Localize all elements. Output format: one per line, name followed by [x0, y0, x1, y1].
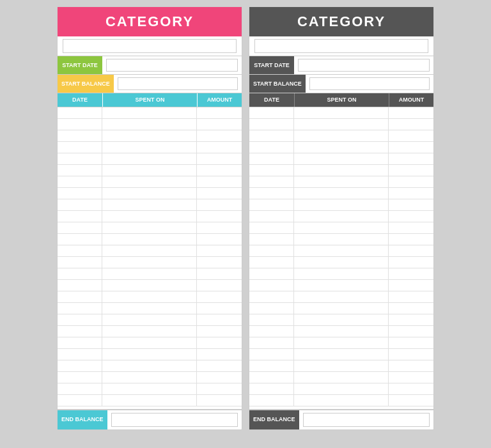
date-cell [58, 383, 102, 394]
table-row [249, 257, 433, 268]
amount-cell [389, 395, 433, 406]
table-row [249, 349, 433, 360]
card1-data-rows [58, 107, 242, 406]
table-row [58, 314, 242, 326]
amount-cell [389, 349, 433, 360]
spent-cell [102, 199, 197, 210]
card1-start-date-input[interactable] [106, 59, 238, 72]
amount-cell [389, 268, 433, 279]
date-cell [58, 314, 102, 325]
card1-col-headers: DATE SPENT ON AMOUNT [58, 93, 242, 107]
spent-cell [294, 337, 389, 348]
card2-title: CATEGORY [249, 7, 433, 36]
card2-col-spent: SPENT ON [294, 93, 389, 107]
amount-cell [389, 291, 433, 302]
spent-cell [294, 314, 389, 325]
card1-start-date-row: START DATE [58, 56, 242, 75]
table-row [58, 234, 242, 245]
amount-cell [389, 245, 433, 256]
spent-cell [294, 222, 389, 233]
spent-cell [102, 188, 197, 199]
amount-cell [389, 372, 433, 383]
date-cell [58, 291, 102, 302]
table-row [58, 360, 242, 372]
amount-cell [197, 280, 242, 291]
date-cell [58, 130, 102, 141]
spent-cell [294, 165, 389, 176]
amount-cell [197, 188, 242, 199]
card1-footer-row: END BALANCE [58, 409, 242, 429]
spent-cell [294, 199, 389, 210]
card2-footer-row: END BALANCE [249, 409, 433, 429]
card2-end-balance-input[interactable] [303, 413, 430, 427]
card2-start-balance-input-wrap [306, 75, 433, 93]
date-cell [58, 176, 102, 187]
card2-name-row [249, 36, 433, 56]
amount-cell [197, 268, 242, 279]
table-row [249, 303, 433, 314]
date-cell [58, 107, 102, 118]
spent-cell [294, 326, 389, 337]
amount-cell [197, 107, 242, 118]
card2-name-input[interactable] [254, 39, 428, 53]
amount-cell [197, 176, 242, 187]
card1-col-amount: AMOUNT [197, 93, 242, 107]
card2-col-amount: AMOUNT [389, 93, 433, 107]
amount-cell [389, 119, 433, 130]
amount-cell [389, 211, 433, 222]
date-cell [58, 395, 102, 406]
table-row [58, 153, 242, 165]
date-cell [58, 211, 102, 222]
card1-col-spent: SPENT ON [102, 93, 197, 107]
spent-cell [102, 153, 197, 164]
card2-col-date: DATE [249, 93, 294, 107]
amount-cell [389, 337, 433, 348]
table-row [58, 199, 242, 211]
amount-cell [389, 234, 433, 245]
date-cell [249, 153, 294, 164]
card1-col-date: DATE [58, 93, 102, 107]
card2-end-balance-input-wrap [299, 410, 433, 429]
amount-cell [197, 326, 242, 337]
card1-name-row [58, 36, 242, 56]
table-row [249, 153, 433, 165]
table-row [58, 326, 242, 337]
date-cell [249, 314, 294, 325]
date-cell [58, 188, 102, 199]
date-cell [249, 211, 294, 222]
card2-start-balance-input[interactable] [309, 77, 430, 90]
amount-cell [197, 245, 242, 256]
card2-start-date-input[interactable] [298, 59, 430, 72]
amount-cell [389, 383, 433, 394]
date-cell [249, 337, 294, 348]
spent-cell [102, 222, 197, 233]
card1-name-input[interactable] [63, 39, 237, 53]
spent-cell [102, 326, 197, 337]
table-row [58, 291, 242, 303]
card1-end-balance-input[interactable] [111, 413, 238, 427]
spent-cell [294, 303, 389, 314]
date-cell [249, 176, 294, 187]
date-cell [249, 245, 294, 256]
card1-start-date-input-wrap [102, 56, 242, 74]
amount-cell [197, 257, 242, 268]
table-row [249, 280, 433, 291]
amount-cell [197, 383, 242, 394]
table-row [249, 234, 433, 245]
table-row [249, 337, 433, 349]
spent-cell [102, 337, 197, 348]
amount-cell [197, 153, 242, 164]
card1-start-balance-input[interactable] [118, 77, 238, 90]
spent-cell [102, 395, 197, 406]
amount-cell [197, 211, 242, 222]
card2-start-balance-row: START BALANCE [249, 75, 433, 93]
date-cell [249, 130, 294, 141]
amount-cell [197, 130, 242, 141]
spent-cell [294, 142, 389, 153]
date-cell [249, 234, 294, 245]
spent-cell [102, 211, 197, 222]
date-cell [58, 326, 102, 337]
table-row [249, 211, 433, 222]
amount-cell [389, 222, 433, 233]
date-cell [58, 372, 102, 383]
